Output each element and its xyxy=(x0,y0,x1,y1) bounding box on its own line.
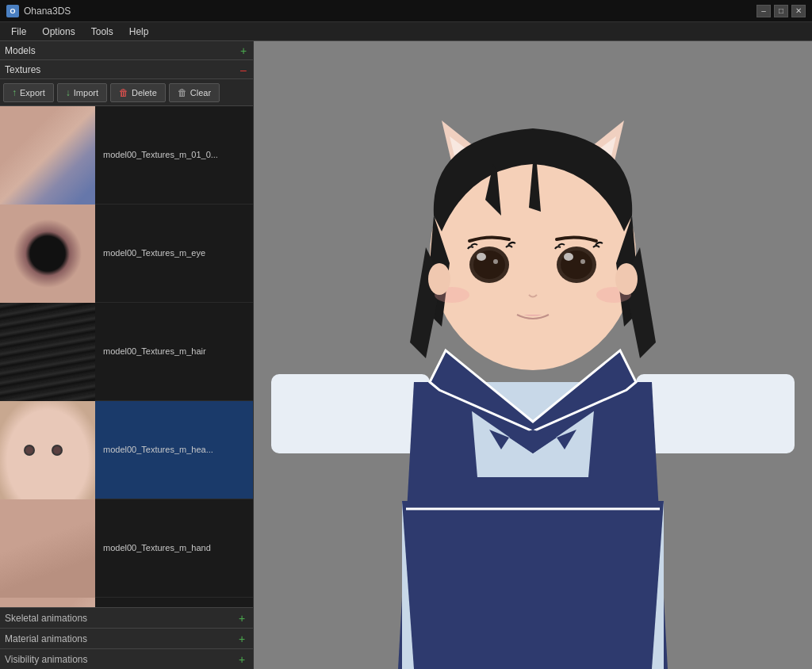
delete-icon: 🗑 xyxy=(119,87,128,98)
clear-label: Clear xyxy=(190,88,211,97)
textures-header: Textures – xyxy=(0,60,253,79)
texture-thumb-4 xyxy=(0,499,95,598)
animation-sections: Skeletal animations + Material animation… xyxy=(0,607,253,669)
import-label: Import xyxy=(74,88,98,97)
texture-item-3[interactable]: model00_Textures_m_hea... xyxy=(0,401,253,499)
texture-thumb-3 xyxy=(0,401,95,499)
clear-icon: 🗑 xyxy=(178,87,187,98)
texture-name-0: model00_Textures_m_01_0... xyxy=(95,149,218,161)
menu-file[interactable]: File xyxy=(3,25,34,39)
main-layout: Models + Textures – ↑ Export ↓ Import 🗑 … xyxy=(0,41,812,669)
character-svg xyxy=(254,41,812,669)
skeletal-animations-section[interactable]: Skeletal animations + xyxy=(0,607,253,628)
material-label: Material animations xyxy=(5,633,236,644)
menu-options[interactable]: Options xyxy=(34,25,82,39)
textures-toolbar: ↑ Export ↓ Import 🗑 Delete 🗑 Clear xyxy=(0,79,253,106)
svg-point-18 xyxy=(615,263,638,295)
models-header: Models + xyxy=(0,41,253,60)
3d-viewport[interactable] xyxy=(254,41,812,669)
close-button[interactable]: ✕ xyxy=(791,5,806,17)
textures-label: Textures xyxy=(5,64,40,75)
texture-thumb-0 xyxy=(0,106,95,205)
export-button[interactable]: ↑ Export xyxy=(3,83,54,102)
svg-point-13 xyxy=(564,253,573,261)
material-animations-section[interactable]: Material animations + xyxy=(0,628,253,648)
svg-point-8 xyxy=(477,253,486,261)
import-button[interactable]: ↓ Import xyxy=(57,83,107,102)
texture-item-4[interactable]: model00_Textures_m_hand xyxy=(0,499,253,598)
textures-remove-button[interactable]: – xyxy=(237,63,250,76)
texture-item-5[interactable]: model00_Textures_m_01_0... xyxy=(0,598,253,607)
left-panel: Models + Textures – ↑ Export ↓ Import 🗑 … xyxy=(0,41,254,669)
texture-list[interactable]: model00_Textures_m_01_0... model00_Textu… xyxy=(0,106,253,607)
menu-help[interactable]: Help xyxy=(121,25,157,39)
models-add-button[interactable]: + xyxy=(237,44,250,57)
menu-tools[interactable]: Tools xyxy=(83,25,121,39)
texture-name-2: model00_Textures_m_hair xyxy=(95,346,206,357)
texture-thumb-2 xyxy=(0,303,95,401)
maximize-button[interactable]: □ xyxy=(774,5,788,17)
texture-thumb-1 xyxy=(0,205,95,303)
skeletal-label: Skeletal animations xyxy=(5,613,236,624)
svg-point-9 xyxy=(493,259,498,264)
titlebar: O Ohana3DS – □ ✕ xyxy=(0,0,812,22)
character-display xyxy=(254,41,812,669)
visibility-label: Visibility animations xyxy=(5,654,236,665)
visibility-add-button[interactable]: + xyxy=(236,653,248,666)
texture-item-1[interactable]: model00_Textures_m_eye xyxy=(0,205,253,303)
import-icon: ↓ xyxy=(66,87,71,98)
models-label: Models xyxy=(5,45,36,56)
export-icon: ↑ xyxy=(12,87,17,98)
delete-label: Delete xyxy=(132,88,157,97)
svg-rect-2 xyxy=(636,374,795,453)
visibility-animations-section[interactable]: Visibility animations + xyxy=(0,648,253,669)
menubar: File Options Tools Help xyxy=(0,22,812,41)
app-icon: O xyxy=(6,5,19,17)
svg-point-17 xyxy=(428,263,450,295)
texture-item-0[interactable]: model00_Textures_m_01_0... xyxy=(0,106,253,205)
export-label: Export xyxy=(20,88,45,97)
texture-name-1: model00_Textures_m_eye xyxy=(95,247,205,259)
texture-name-4: model00_Textures_m_hand xyxy=(95,542,211,554)
minimize-button[interactable]: – xyxy=(756,5,771,17)
delete-button[interactable]: 🗑 Delete xyxy=(110,83,166,102)
texture-item-2[interactable]: model00_Textures_m_hair xyxy=(0,303,253,401)
clear-button[interactable]: 🗑 Clear xyxy=(169,83,220,102)
svg-rect-1 xyxy=(271,374,430,453)
texture-name-3: model00_Textures_m_hea... xyxy=(95,444,213,456)
texture-thumb-5 xyxy=(0,598,95,608)
svg-point-14 xyxy=(580,259,585,264)
window-controls: – □ ✕ xyxy=(756,5,806,17)
material-add-button[interactable]: + xyxy=(236,633,248,645)
skeletal-add-button[interactable]: + xyxy=(236,612,248,625)
app-title: Ohana3DS xyxy=(24,6,756,17)
